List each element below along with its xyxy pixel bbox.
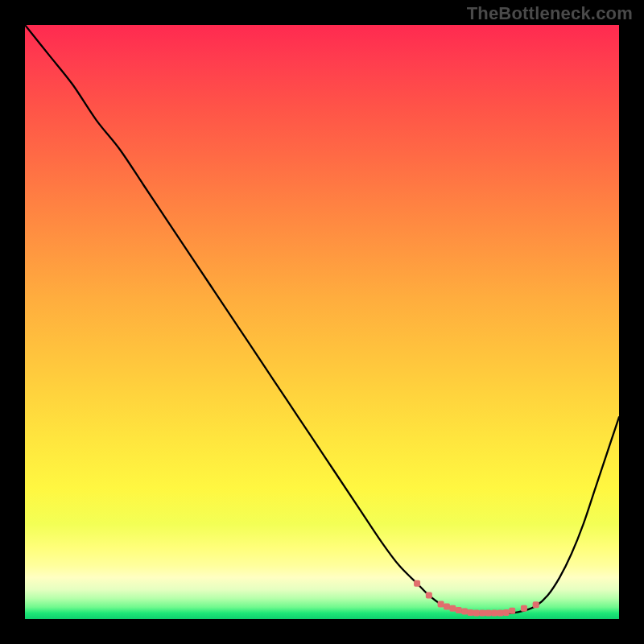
attribution-text: TheBottleneck.com bbox=[467, 3, 633, 24]
chart-container: TheBottleneck.com bbox=[0, 0, 644, 644]
optimal-marker bbox=[414, 580, 420, 587]
optimal-marker bbox=[444, 604, 450, 610]
optimal-marker bbox=[491, 610, 497, 617]
optimal-marker bbox=[473, 610, 480, 617]
chart-svg bbox=[25, 25, 619, 619]
optimal-marker bbox=[449, 605, 456, 612]
optimal-marker bbox=[503, 609, 510, 616]
optimal-marker bbox=[521, 605, 527, 612]
optimal-marker bbox=[533, 601, 539, 608]
optimal-marker bbox=[456, 607, 462, 613]
bottleneck-curve bbox=[25, 25, 619, 613]
optimal-marker bbox=[485, 610, 492, 617]
optimal-marker bbox=[509, 608, 515, 614]
optimal-marker bbox=[426, 592, 432, 598]
optimal-marker bbox=[479, 610, 485, 617]
optimal-marker bbox=[461, 608, 468, 614]
optimal-marker bbox=[438, 601, 444, 608]
optimal-marker bbox=[468, 609, 474, 616]
optimal-marker bbox=[497, 610, 503, 617]
plot-area bbox=[25, 25, 619, 619]
